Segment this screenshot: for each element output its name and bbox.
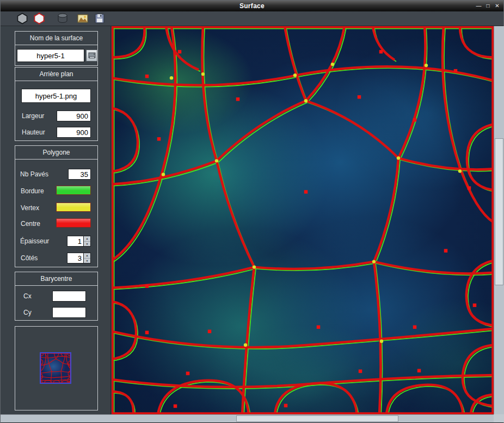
polygon-icon <box>16 13 28 24</box>
maximize-button[interactable]: □ <box>484 1 492 11</box>
bordure-color-swatch[interactable] <box>56 186 91 195</box>
titlebar: Surface — □ ✕ <box>1 1 503 11</box>
sidebar: Nom de la surface Arrière plan Largeur H… <box>1 26 111 414</box>
surface-canvas[interactable] <box>112 26 494 414</box>
window-title: Surface <box>1 1 503 11</box>
cy-label: Cy <box>23 309 32 316</box>
cx-input[interactable] <box>52 291 86 302</box>
toolbar <box>1 11 503 26</box>
scrollbar-corner <box>494 414 504 422</box>
cotes-spinner: ▲ ▼ <box>67 253 91 263</box>
largeur-label: Largeur <box>22 112 44 120</box>
largeur-input[interactable] <box>57 111 91 121</box>
app-window: Surface — □ ✕ <box>0 0 504 423</box>
horizontal-scrollbar-thumb[interactable] <box>236 415 398 422</box>
barycentre-group-title: Barycentre <box>15 272 97 286</box>
epaisseur-input[interactable] <box>67 236 84 247</box>
nb-paves-input[interactable] <box>68 169 91 180</box>
tiling-image <box>112 26 494 414</box>
group-polygone: Polygone Nb Pavés Bordure Vertex Centre … <box>15 145 98 267</box>
cotes-input[interactable] <box>67 253 84 263</box>
cotes-spin-up-button[interactable]: ▲ <box>84 253 90 259</box>
surface-preview-thumbnail[interactable] <box>40 352 71 384</box>
preview-image <box>41 353 70 383</box>
background-image-tool-button[interactable] <box>75 12 90 26</box>
vertex-label: Vertex <box>21 204 39 212</box>
vertical-scrollbar[interactable] <box>494 26 504 414</box>
bordure-label: Bordure <box>21 187 44 195</box>
polygon-red-tool-button[interactable] <box>32 12 46 26</box>
nb-paves-label: Nb Pavés <box>20 170 48 178</box>
minimize-button[interactable]: — <box>475 1 483 11</box>
cy-input[interactable] <box>52 307 86 318</box>
vertex-color-swatch[interactable] <box>56 203 91 212</box>
epaisseur-spin-down-button[interactable]: ▼ <box>84 242 90 247</box>
polygon-tool-button[interactable] <box>15 12 29 26</box>
vertical-scrollbar-thumb[interactable] <box>495 138 503 285</box>
epaisseur-label: Épaisseur <box>20 237 49 245</box>
cotes-label: Côtés <box>21 254 38 262</box>
hauteur-input[interactable] <box>57 127 91 138</box>
epaisseur-spin-up-button[interactable]: ▲ <box>84 236 90 242</box>
centre-label: Centre <box>21 220 40 228</box>
browse-surface-button[interactable] <box>86 50 97 62</box>
cx-label: Cx <box>23 292 32 300</box>
close-button[interactable]: ✕ <box>493 1 501 11</box>
centre-color-swatch[interactable] <box>56 218 91 228</box>
cylinder-tool-button[interactable] <box>55 12 70 26</box>
drive-icon <box>88 51 96 60</box>
image-icon <box>77 13 89 24</box>
background-group-title: Arrière plan <box>15 68 97 81</box>
group-barycentre: Barycentre Cx Cy <box>15 272 98 321</box>
epaisseur-spinner: ▲ ▼ <box>67 236 91 247</box>
surface-name-group-title: Nom de la surface <box>15 32 97 45</box>
group-preview <box>15 326 98 410</box>
hauteur-label: Hauteur <box>22 128 45 136</box>
horizontal-scrollbar[interactable] <box>1 414 494 422</box>
cotes-spin-down-button[interactable]: ▼ <box>84 259 90 263</box>
background-file-input[interactable] <box>21 89 91 103</box>
surface-name-input[interactable] <box>17 49 84 62</box>
polygon-red-icon <box>33 13 45 24</box>
group-surface-name: Nom de la surface <box>15 31 98 66</box>
group-background: Arrière plan Largeur Hauteur <box>15 67 98 141</box>
polygone-group-title: Polygone <box>15 146 97 160</box>
cylinder-icon <box>57 13 69 24</box>
save-icon <box>94 13 106 24</box>
save-tool-button[interactable] <box>92 12 107 26</box>
